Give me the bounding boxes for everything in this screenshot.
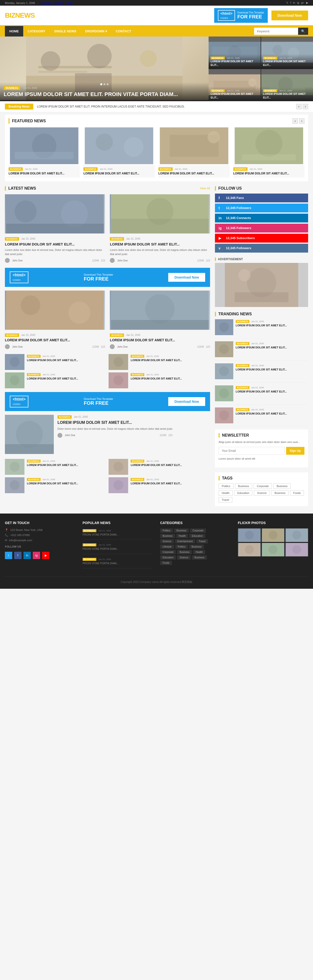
featured-item-4[interactable]: BUSINESS Jan 01, 2045 LOREM IPSUM DOLOR …	[233, 127, 304, 178]
featured-prev-button[interactable]: ‹	[292, 118, 298, 124]
hero-side-item-2[interactable]: BUSINESS Jan 01, 2045 LOREM IPSUM DOLOR …	[261, 37, 313, 68]
linkedin-icon[interactable]: in	[293, 1, 295, 5]
youtube-icon[interactable]: ▶	[306, 1, 308, 5]
flickr-photo-1[interactable]	[238, 528, 261, 542]
footer-cat-business-2[interactable]: Business	[160, 534, 175, 538]
tag-politics[interactable]: Politics	[219, 484, 234, 489]
footer-cat-lifestyle[interactable]: Lifestyle	[160, 545, 174, 549]
googleplus-icon[interactable]: g+	[301, 1, 304, 5]
nav-category[interactable]: CATEGORY	[23, 26, 50, 37]
footer-cat-corporate-1[interactable]: Corporate	[190, 528, 206, 533]
big-news-1[interactable]: BUSINESS Jan 15, 2045 LOREM IPSUM DOLOR …	[5, 194, 105, 263]
nav-dropdown[interactable]: DROPDOWN ▾	[81, 26, 111, 37]
small-news-1[interactable]: BUSINESS Jan 01, 2045 LOREM IPSUM DOLOR …	[5, 354, 106, 370]
youtube-follow-btn[interactable]: ▶ 12,345 Subscribers	[215, 234, 308, 243]
medium-news-2[interactable]: BUSINESS Jan 31, 2045 LOREM IPSUM DOLOR …	[110, 291, 210, 349]
featured-next-button[interactable]: ›	[299, 118, 304, 124]
footer-youtube-btn[interactable]: ▶	[42, 552, 49, 559]
search-input[interactable]	[254, 28, 298, 35]
trending-4[interactable]: BUSINESS Jan 01, 2045 LOREM IPSUM DOLOR …	[215, 385, 308, 404]
hero-side-item-4[interactable]: BUSINESS Jan 01, 2045 LOREM IPSUM DOLOR …	[261, 69, 313, 101]
footer-twitter-btn[interactable]: t	[5, 552, 12, 559]
featured-item-1[interactable]: BUSINESS Jan 01, 2045 LOREM IPSUM DOLOR …	[9, 127, 80, 178]
footer-cat-travel[interactable]: Travel	[196, 539, 208, 543]
footer-cat-education-1[interactable]: Education	[189, 534, 205, 538]
footer-cat-politics-1[interactable]: Politics	[160, 528, 173, 533]
footer-news-1[interactable]: BUSINESS Jan 01, 2045 PROIN VITAE PORTA …	[83, 528, 153, 540]
big-news-2[interactable]: BUSINESS Jan 31, 2045 LOREM IPSUM DOLOR …	[110, 194, 210, 263]
nav-home[interactable]: HOME	[5, 26, 23, 37]
twitter-follow-btn[interactable]: t 12,345 Followers	[215, 204, 308, 212]
flickr-photo-3[interactable]	[285, 528, 308, 542]
hero-side-item-1[interactable]: BUSINESS Jan 01, 2045 LOREM IPSUM DOLOR …	[209, 37, 261, 68]
flickr-photo-5[interactable]	[262, 543, 285, 557]
footer-news-3[interactable]: BUSINESS Jan 01, 2045 PROIN VITAE PORTA …	[83, 557, 153, 568]
tag-travel[interactable]: Travel	[219, 497, 232, 503]
hero-side-item-3[interactable]: BUSINESS Jan 01, 2045 LOREM IPSUM DOLOR …	[209, 69, 261, 101]
flickr-photo-2[interactable]	[262, 528, 285, 542]
featured-item-2[interactable]: BUSINESS Jan 01, 2045 LOREM IPSUM DOLOR …	[84, 127, 155, 178]
flickr-photo-4[interactable]	[238, 543, 261, 557]
small-news-3[interactable]: BUSINESS Jan 01, 2045 LOREM IPSUM DOLOR …	[5, 372, 106, 388]
small-news-5[interactable]: BUSINESS Jan 01, 2045 LOREM IPSUM DOLOR …	[5, 459, 106, 475]
ad-download-button-2[interactable]: Download Now	[168, 397, 205, 406]
footer-instagram-btn[interactable]: ig	[33, 552, 40, 559]
footer-cat-business-5[interactable]: Business	[192, 555, 207, 560]
nav-contact[interactable]: CONTACT	[112, 26, 136, 37]
twitter-icon[interactable]: 𝕏	[286, 1, 288, 5]
small-news-4[interactable]: BUSINESS Jan 01, 2045 LOREM IPSUM DOLOR …	[109, 372, 210, 388]
vk-follow-btn[interactable]: v 12,345 Followers	[215, 244, 308, 253]
indicator-3[interactable]	[107, 83, 109, 85]
flickr-photo-6[interactable]	[285, 543, 308, 557]
footer-facebook-btn[interactable]: f	[14, 552, 22, 559]
featured-item-3[interactable]: BUSINESS Jan 01, 2045 LOREM IPSUM DOLOR …	[158, 127, 229, 178]
trending-5[interactable]: BUSINESS Jan 01, 2045 LOREM IPSUM DOLOR …	[215, 407, 308, 426]
instagram-follow-btn[interactable]: ig 12,345 Followers	[215, 224, 308, 232]
indicator-2[interactable]	[103, 83, 105, 85]
large-news-item[interactable]: BUSINESS Jan 01, 2045 LOREM IPSUM DOLOR …	[5, 415, 210, 454]
trending-2[interactable]: BUSINESS Jan 01, 2045 LOREM IPSUM DOLOR …	[215, 341, 308, 360]
footer-cat-health-1[interactable]: Health	[176, 534, 188, 538]
linkedin-follow-btn[interactable]: in 12,345 Connects	[215, 214, 308, 223]
tag-health[interactable]: Health	[219, 490, 233, 496]
footer-linkedin-btn[interactable]: in	[24, 552, 31, 559]
small-news-7[interactable]: BUSINESS Jan 01, 2045 LOREM IPSUM DOLOR …	[5, 477, 106, 493]
breaking-next-button[interactable]: ›	[303, 104, 308, 109]
facebook-follow-btn[interactable]: f 12,345 Fans	[215, 194, 308, 202]
indicator-1[interactable]	[100, 83, 102, 85]
tag-business-2[interactable]: Business	[273, 484, 291, 489]
footer-news-2[interactable]: BUSINESS Jan 01, 2045 PROIN VITAE PORTA …	[83, 542, 153, 554]
header-download-button[interactable]: Download Now	[272, 11, 308, 20]
footer-cat-science-2[interactable]: Science	[177, 555, 191, 560]
tag-education[interactable]: Education	[234, 490, 253, 496]
newsletter-email-input[interactable]	[219, 447, 285, 455]
small-news-8[interactable]: BUSINESS Jan 01, 2045 LOREM IPSUM DOLOR …	[109, 477, 210, 493]
tag-foods[interactable]: Foods	[290, 490, 304, 496]
medium-news-1[interactable]: BUSINESS Jan 15, 2045 LOREM IPSUM DOLOR …	[5, 291, 105, 349]
breaking-prev-button[interactable]: ‹	[296, 104, 302, 109]
small-news-6[interactable]: BUSINESS Jan 01, 2045 LOREM IPSUM DOLOR …	[109, 459, 210, 475]
trending-1[interactable]: BUSINESS Jan 01, 2045 LOREM IPSUM DOLOR …	[215, 319, 308, 338]
footer-cat-business-1[interactable]: Business	[174, 528, 189, 533]
trending-3[interactable]: BUSINESS Jan 01, 2045 LOREM IPSUM DOLOR …	[215, 363, 308, 382]
instagram-icon[interactable]: ig	[297, 1, 299, 5]
top-bar-contact[interactable]: Contact	[54, 2, 63, 5]
top-bar-advertise[interactable]: Advertise	[41, 2, 52, 5]
facebook-icon[interactable]: f	[290, 1, 291, 5]
footer-cat-foods[interactable]: Foods	[160, 561, 172, 565]
tag-business-3[interactable]: Business	[272, 490, 289, 496]
tag-science[interactable]: Science	[254, 490, 270, 496]
nav-single-news[interactable]: SINGLE NEWS	[50, 26, 81, 37]
tag-business-1[interactable]: Business	[235, 484, 252, 489]
footer-cat-business-4[interactable]: Business	[177, 550, 192, 554]
view-all-link[interactable]: View All	[200, 187, 210, 190]
ad-download-button-1[interactable]: Download Now	[168, 273, 205, 282]
footer-cat-business-3[interactable]: Business	[189, 545, 204, 549]
footer-cat-education-2[interactable]: Education	[160, 555, 176, 560]
footer-cat-health-2[interactable]: Health	[193, 550, 205, 554]
search-button[interactable]: 🔍	[298, 28, 308, 35]
top-bar-login[interactable]: Login	[66, 2, 73, 5]
tag-corporate[interactable]: Corporate	[254, 484, 272, 489]
newsletter-signup-button[interactable]: Sign Up	[286, 447, 304, 455]
footer-cat-science-1[interactable]: Science	[160, 539, 174, 543]
